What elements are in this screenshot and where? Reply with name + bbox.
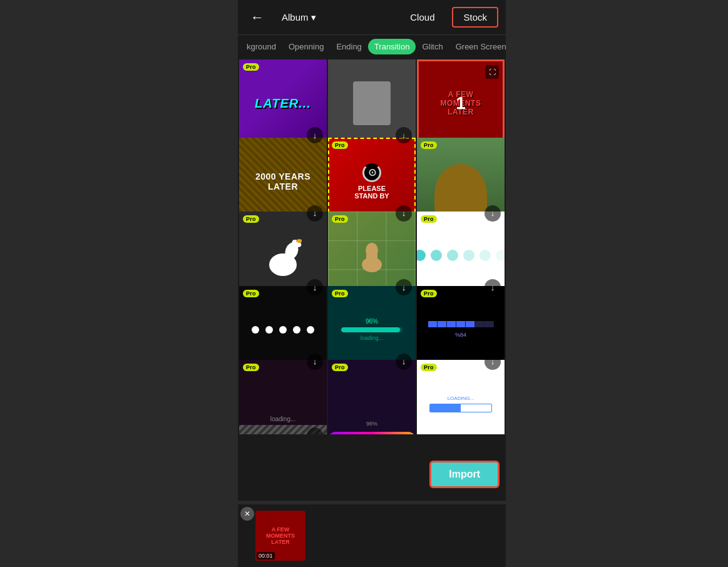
media-grid: LATER... Pro ↓ ↓ A FewMomentsLater 1 ⛶ 2… [238, 58, 506, 434]
download-btn-9[interactable]: ↓ [484, 279, 501, 295]
loading-blue-bar [429, 404, 491, 412]
standin-icon: ⊙ [362, 163, 381, 182]
category-tabs: kground Openning Ending Transition Glitc… [238, 35, 506, 58]
grid-item-3[interactable]: A FewMomentsLater 1 ⛶ [417, 59, 505, 147]
download-btn-8[interactable]: ↓ [396, 279, 412, 295]
pro-badge-13: Pro [243, 364, 259, 371]
dots-row [252, 326, 314, 334]
thumb-loading-text: loading... [239, 360, 327, 434]
preview-thumbnail[interactable]: A FewMomentsLater 00:01 [255, 511, 305, 561]
blue-bar [428, 321, 494, 327]
tab-background[interactable]: kground [240, 39, 282, 54]
spinner-dots [417, 250, 505, 261]
grid-item-1[interactable]: LATER... Pro ↓ [239, 59, 327, 147]
pro-badge-5: Pro [332, 141, 348, 149]
download-btn-6[interactable]: ↓ [484, 205, 501, 222]
pro-badge-7: Pro [243, 215, 259, 223]
tab-greenscreen[interactable]: Green Screen [449, 39, 506, 54]
pro-badge-15: Pro [421, 364, 437, 371]
pro-badge-1: Pro [243, 63, 259, 71]
download-btn-12[interactable]: ↓ [484, 354, 501, 370]
back-button[interactable]: ← [245, 7, 269, 28]
album-label: Album [282, 12, 309, 23]
media-panel: ← Album ▾ Cloud Stock kground Openning E… [238, 0, 506, 501]
tab-glitch[interactable]: Glitch [416, 39, 449, 54]
grid-item-2[interactable]: ↓ [328, 59, 416, 147]
download-btn-11[interactable]: ↓ [396, 354, 412, 370]
grid-item-13[interactable]: loading... Pro ↓ [239, 360, 327, 434]
teal-bar [341, 327, 402, 332]
pro-badge-14: Pro [332, 364, 348, 371]
panel-footer: Import [238, 434, 506, 501]
album-arrow: ▾ [311, 12, 316, 23]
loading-label: LOADING... [448, 396, 474, 401]
pro-badge-9: Pro [421, 215, 437, 223]
download-btn-4[interactable]: ↓ [307, 205, 323, 222]
pro-badge-11: Pro [332, 290, 348, 297]
stock-button[interactable]: Stock [452, 7, 498, 28]
pro-badge-10: Pro [243, 290, 259, 297]
pro-badge-6: Pro [421, 141, 437, 149]
preview-close-button[interactable]: ✕ [240, 507, 254, 521]
bottom-preview: ✕ A FewMomentsLater 00:01 [238, 504, 506, 567]
import-button[interactable]: Import [429, 461, 500, 488]
tab-transition[interactable]: Transition [368, 39, 416, 54]
grid-item-14[interactable]: 96% Pro [328, 360, 416, 434]
svg-point-6 [366, 243, 378, 258]
panel-header: ← Album ▾ Cloud Stock [238, 0, 506, 35]
num-badge-3: 1 [456, 93, 466, 113]
download-btn-2[interactable]: ↓ [396, 127, 412, 143]
tab-ending[interactable]: Ending [330, 39, 367, 54]
thumb-purple-bar: 96% [328, 360, 416, 434]
download-btn-10[interactable]: ↓ [307, 354, 323, 370]
preview-time: 00:01 [257, 552, 275, 559]
download-btn-7[interactable]: ↓ [307, 279, 323, 295]
grid-item-15[interactable]: LOADING... Pro [417, 360, 505, 434]
pro-badge-8: Pro [332, 215, 348, 223]
album-button[interactable]: Album ▾ [277, 9, 321, 26]
cloud-button[interactable]: Cloud [400, 8, 444, 26]
download-btn-1[interactable]: ↓ [307, 127, 323, 143]
thumb-loading-white: LOADING... [417, 360, 505, 434]
pro-badge-12: Pro [421, 290, 437, 297]
tab-opening[interactable]: Openning [282, 39, 330, 54]
download-btn-5[interactable]: ↓ [396, 205, 412, 222]
expand-btn-3[interactable]: ⛶ [485, 65, 499, 79]
